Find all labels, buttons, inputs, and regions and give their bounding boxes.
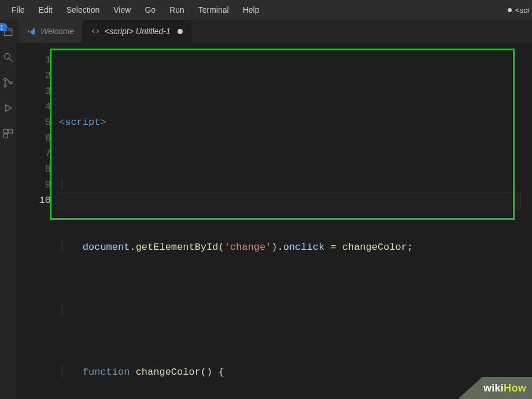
- menu-view[interactable]: View: [106, 3, 138, 17]
- menu-bar: File Edit Selection View Go Run Terminal…: [0, 0, 532, 20]
- explorer-icon[interactable]: 1: [2, 25, 14, 38]
- menu-help[interactable]: Help: [236, 3, 267, 17]
- line-number: 2: [16, 68, 51, 83]
- tab-dirty-dot-icon: [178, 29, 183, 34]
- line-number-gutter: 1 2 3 4 5 6 7 8 9 10: [16, 52, 59, 399]
- code-line[interactable]: │: [59, 177, 532, 193]
- code-file-icon: [91, 27, 100, 36]
- tab-welcome[interactable]: Welcome: [19, 20, 83, 43]
- svg-line-1: [10, 59, 13, 62]
- activity-bar: 1: [0, 20, 16, 399]
- svg-point-3: [4, 85, 6, 87]
- svg-point-2: [4, 78, 6, 80]
- editor-group: Welcome <script> Untitled-1 1 2 3 4 5: [16, 20, 532, 399]
- title-open-editor: <scr: [508, 0, 532, 20]
- tab-untitled-1-label: <script> Untitled-1: [105, 27, 171, 36]
- code-line[interactable]: │ function changeColor() {: [59, 364, 532, 380]
- code-line[interactable]: │: [59, 302, 532, 317]
- line-number: 7: [16, 146, 51, 161]
- menu-edit[interactable]: Edit: [32, 3, 60, 17]
- svg-rect-5: [4, 130, 8, 134]
- svg-point-0: [4, 53, 10, 59]
- code-line[interactable]: <script>: [59, 114, 532, 130]
- svg-rect-7: [4, 134, 8, 138]
- menu-file[interactable]: File: [5, 3, 32, 17]
- line-number: 4: [16, 99, 51, 114]
- tab-untitled-1[interactable]: <script> Untitled-1: [83, 20, 191, 43]
- line-number: 9: [16, 177, 51, 193]
- svg-rect-6: [9, 130, 13, 134]
- menu-go[interactable]: Go: [138, 3, 162, 17]
- line-number: 10: [16, 193, 51, 208]
- menu-selection[interactable]: Selection: [60, 3, 107, 17]
- line-number: 3: [16, 83, 51, 99]
- extensions-icon[interactable]: [2, 127, 14, 140]
- menu-run[interactable]: Run: [162, 3, 191, 17]
- line-number: 6: [16, 130, 51, 146]
- code-lines[interactable]: <script> │ │ document.getElementById('ch…: [59, 52, 532, 399]
- tab-welcome-label: Welcome: [40, 27, 74, 36]
- svg-point-4: [10, 82, 12, 84]
- code-editor[interactable]: 1 2 3 4 5 6 7 8 9 10 <script> │ │ do: [16, 43, 532, 399]
- menu-terminal[interactable]: Terminal: [191, 3, 236, 17]
- current-line-highlight: [57, 193, 520, 209]
- vscode-logo-icon: [27, 27, 36, 36]
- search-icon[interactable]: [2, 51, 14, 64]
- code-line[interactable]: │ document.getElementById('change').oncl…: [59, 239, 532, 255]
- source-control-icon[interactable]: [2, 76, 14, 89]
- run-debug-icon[interactable]: [2, 102, 14, 114]
- editor-tabs: Welcome <script> Untitled-1: [16, 20, 532, 43]
- line-number: 1: [16, 52, 51, 68]
- title-open-editor-text: <scr: [515, 6, 530, 14]
- line-number: 5: [16, 114, 51, 130]
- line-number: 8: [16, 161, 51, 177]
- dirty-indicator-icon: [508, 8, 512, 12]
